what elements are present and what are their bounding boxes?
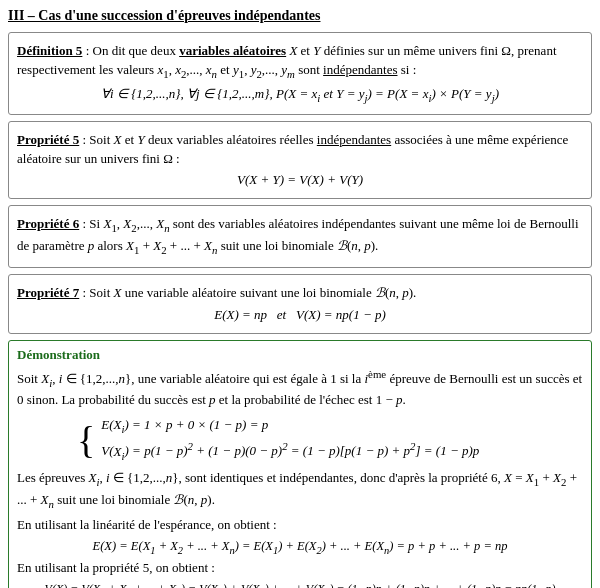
demonstration-p1: Soit Xi, i ∈ {1,2,...,n}, une variable a… bbox=[17, 367, 583, 410]
propriete-5-box: Propriété 5 : Soit X et Y deux variables… bbox=[8, 121, 592, 200]
demonstration-p4: En utilisant la propriété 5, on obtient … bbox=[17, 559, 583, 578]
propriete-6-label: Propriété 6 bbox=[17, 216, 79, 231]
brace-system: { E(Xi) = 1 × p + 0 × (1 − p) = p V(Xi) … bbox=[77, 415, 583, 464]
page-title: III – Cas d'une succession d'épreuves in… bbox=[8, 8, 592, 24]
demonstration-formula4: V(X) = V(X1 + X2 + ... + Xn) = V(X1) + V… bbox=[17, 582, 583, 588]
brace-char: { bbox=[77, 421, 95, 459]
demonstration-p3: En utilisant la linéarité de l'espérance… bbox=[17, 516, 583, 535]
demonstration-formula3: E(X) = E(X1 + X2 + ... + Xn) = E(X1) + E… bbox=[17, 539, 583, 556]
propriete-5-formula: V(X + Y) = V(X) + V(Y) bbox=[17, 172, 583, 188]
propriete-5-label: Propriété 5 bbox=[17, 132, 79, 147]
propriete-7-text: Propriété 7 : Soit X une variable aléato… bbox=[17, 284, 583, 303]
brace-row-1: E(Xi) = 1 × p + 0 × (1 − p) = p bbox=[101, 415, 479, 438]
propriete-6-text: Propriété 6 : Si X1, X2,..., Xn sont des… bbox=[17, 215, 583, 258]
definition-5-text: Définition 5 : On dit que deux variables… bbox=[17, 42, 583, 82]
definition-5-label: Définition 5 bbox=[17, 43, 82, 58]
propriete-7-label: Propriété 7 bbox=[17, 285, 79, 300]
propriete-5-text: Propriété 5 : Soit X et Y deux variables… bbox=[17, 131, 583, 169]
definition-5-box: Définition 5 : On dit que deux variables… bbox=[8, 32, 592, 115]
brace-row-2: V(Xi) = p(1 − p)2 + (1 − p)(0 − p)2 = (1… bbox=[101, 438, 479, 464]
demonstration-box: Démonstration Soit Xi, i ∈ {1,2,...,n}, … bbox=[8, 340, 592, 588]
demonstration-p2: Les épreuves Xi, i ∈ {1,2,...,n}, sont i… bbox=[17, 469, 583, 512]
demonstration-label: Démonstration bbox=[17, 347, 583, 363]
definition-5-formula: ∀i ∈ {1,2,...,n}, ∀j ∈ {1,2,...,m}, P(X … bbox=[17, 86, 583, 104]
propriete-6-box: Propriété 6 : Si X1, X2,..., Xn sont des… bbox=[8, 205, 592, 268]
propriete-7-formula: E(X) = np et V(X) = np(1 − p) bbox=[17, 307, 583, 323]
brace-content: E(Xi) = 1 × p + 0 × (1 − p) = p V(Xi) = … bbox=[101, 415, 479, 464]
propriete-7-box: Propriété 7 : Soit X une variable aléato… bbox=[8, 274, 592, 334]
